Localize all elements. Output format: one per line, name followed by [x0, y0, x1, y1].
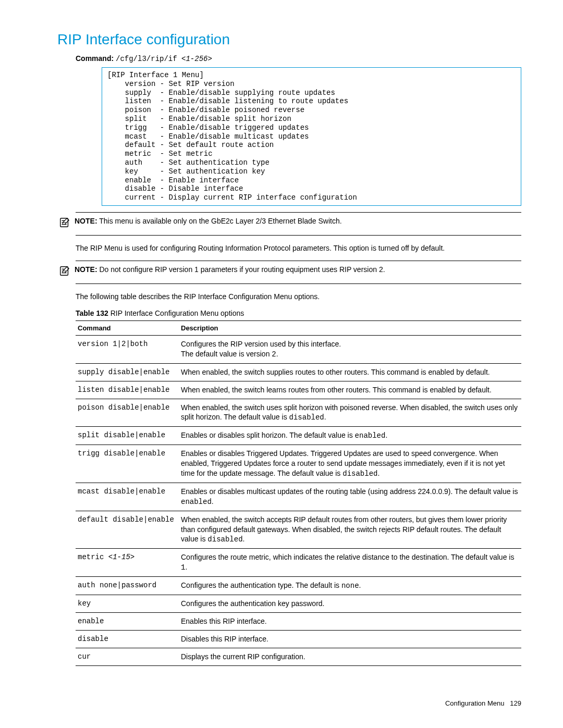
note-1: NOTE: This menu is available only on the…	[76, 212, 521, 235]
cell-description: Configures the authentication type. The …	[179, 577, 521, 595]
note-label: NOTE:	[75, 217, 97, 225]
cell-description: Enables this RIP interface.	[179, 612, 521, 630]
cell-description: Configures the RIP version used by this …	[179, 335, 521, 363]
cell-description: When enabled, the switch supplies routes…	[179, 363, 521, 381]
cell-description: Displays the current RIP configuration.	[179, 648, 521, 665]
table-row: metric <1-15>Configures the route metric…	[76, 549, 521, 577]
command-path: /cfg/l3/rip/if	[116, 55, 181, 63]
table-row: poison disable|enableWhen enabled, the s…	[76, 399, 521, 427]
note-icon	[59, 265, 75, 278]
th-description: Description	[179, 320, 521, 335]
table-row: mcast disable|enableEnables or disables …	[76, 483, 521, 511]
config-table: Command Description version 1|2|bothConf…	[76, 320, 521, 666]
cell-command: disable	[76, 630, 179, 648]
cell-description: Disables this RIP interface.	[179, 630, 521, 648]
cell-command: auth none|password	[76, 577, 179, 595]
table-row: enableEnables this RIP interface.	[76, 612, 521, 630]
note-label: NOTE:	[75, 265, 97, 274]
cell-command: mcast disable|enable	[76, 483, 179, 511]
page-footer: Configuration Menu 129	[445, 699, 521, 707]
footer-section: Configuration Menu	[445, 699, 504, 707]
table-row: supply disable|enableWhen enabled, the s…	[76, 363, 521, 381]
table-row: split disable|enableEnables or disables …	[76, 427, 521, 445]
table-row: default disable|enableWhen enabled, the …	[76, 511, 521, 549]
cell-description: Configures the route metric, which indic…	[179, 549, 521, 577]
note-1-text: This menu is available only on the GbE2c…	[99, 217, 341, 225]
paragraph-1: The RIP Menu is used for configuring Rou…	[76, 244, 521, 252]
page-title: RIP Interface configuration	[57, 31, 521, 48]
cell-description: Enables or disables multicast updates of…	[179, 483, 521, 511]
divider	[76, 235, 521, 236]
cell-description: Configures the authentication key passwo…	[179, 595, 521, 612]
cell-command: listen disable|enable	[76, 381, 179, 399]
table-row: trigg disable|enableEnables or disables …	[76, 445, 521, 483]
paragraph-2: The following table describes the RIP In…	[76, 292, 521, 301]
table-title: RIP Interface Configuration Menu options	[111, 309, 244, 317]
cell-description: When enabled, the switch accepts RIP def…	[179, 511, 521, 549]
cell-command: split disable|enable	[76, 427, 179, 445]
table-row: disableDisables this RIP interface.	[76, 630, 521, 648]
cell-command: metric <1-15>	[76, 549, 179, 577]
note-icon	[59, 217, 75, 230]
command-label: Command:	[76, 54, 114, 63]
cell-description: Enables or disables Triggered Updates. T…	[179, 445, 521, 483]
cell-command: key	[76, 595, 179, 612]
command-line: Command: /cfg/l3/rip/if <1-256>	[76, 54, 521, 63]
cell-command: default disable|enable	[76, 511, 179, 549]
th-command: Command	[76, 320, 179, 335]
table-row: keyConfigures the authentication key pas…	[76, 595, 521, 612]
cell-command: supply disable|enable	[76, 363, 179, 381]
footer-page-number: 129	[510, 699, 521, 707]
table-row: curDisplays the current RIP configuratio…	[76, 648, 521, 665]
cell-description: When enabled, the switch uses split hori…	[179, 399, 521, 427]
table-row: listen disable|enableWhen enabled, the s…	[76, 381, 521, 399]
cell-command: cur	[76, 648, 179, 665]
cell-description: Enables or disables split horizon. The d…	[179, 427, 521, 445]
cell-command: trigg disable|enable	[76, 445, 179, 483]
table-caption: Table 132 RIP Interface Configuration Me…	[76, 309, 521, 317]
cell-description: When enabled, the switch learns routes f…	[179, 381, 521, 399]
table-number: Table 132	[76, 309, 108, 317]
command-arg: <1-256>	[181, 55, 212, 63]
cell-command: enable	[76, 612, 179, 630]
cell-command: poison disable|enable	[76, 399, 179, 427]
divider	[76, 283, 521, 284]
note-2-text: Do not configure RIP version 1 parameter…	[99, 265, 385, 274]
menu-box: [RIP Interface 1 Menu] version - Set RIP…	[102, 67, 521, 206]
table-row: version 1|2|bothConfigures the RIP versi…	[76, 335, 521, 363]
note-2: NOTE: Do not configure RIP version 1 par…	[76, 261, 521, 283]
table-row: auth none|passwordConfigures the authent…	[76, 577, 521, 595]
cell-command: version 1|2|both	[76, 335, 179, 363]
